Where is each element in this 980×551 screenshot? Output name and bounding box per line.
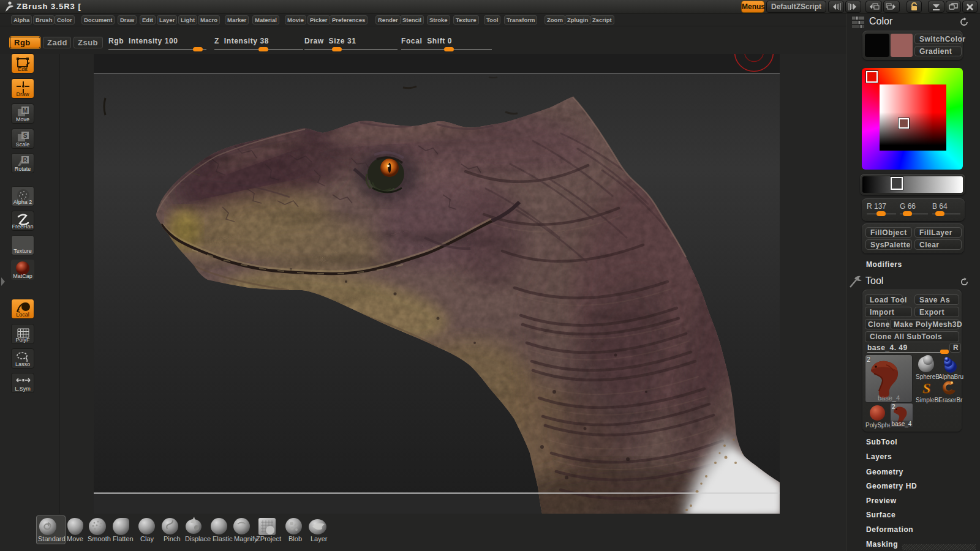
svg-text:M: M [23,107,28,114]
svg-text:S: S [23,132,28,139]
svg-text:R: R [23,157,28,163]
svg-text:S: S [922,380,930,396]
